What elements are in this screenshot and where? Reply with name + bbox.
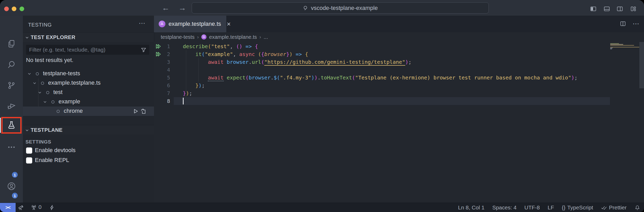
code-line-5[interactable]: 5 await expect(browser.$(".f4.my-3")).to… <box>154 74 644 82</box>
customize-layout-icon[interactable] <box>630 5 637 12</box>
status-item-lf[interactable]: LF <box>548 204 554 211</box>
remote-indicator[interactable]: >< <box>0 203 16 212</box>
minimize-window-button[interactable] <box>12 7 16 11</box>
go-to-test-icon[interactable] <box>140 108 147 115</box>
run-test-icon[interactable] <box>132 108 139 115</box>
navigate-forward-button[interactable]: → <box>178 3 186 13</box>
section-label: TEST EXPLORER <box>31 34 75 40</box>
accounts-badge: 1 <box>12 172 18 178</box>
minimap-line <box>610 44 623 45</box>
tree-item-test[interactable]: test <box>23 88 154 97</box>
tree-item-label: example.testplane.ts <box>48 79 101 86</box>
close-tab-icon[interactable]: × <box>227 21 231 27</box>
code-line-6[interactable]: 6 }); <box>154 82 644 89</box>
code-text: describe("test", () => { <box>183 42 258 50</box>
status-item-utf-8[interactable]: UTF-8 <box>524 204 540 211</box>
code-text: await expect(browser.$(".f4.my-3")).toHa… <box>183 74 577 82</box>
section-testplane[interactable]: TESTPLANE <box>23 125 154 135</box>
tab-example-testplane-ts[interactable]: example.testplane.ts × <box>154 16 226 32</box>
filter-funnel-icon[interactable] <box>140 47 147 53</box>
test-pending-icon <box>51 100 55 104</box>
testplane-logo-icon <box>201 34 207 40</box>
line-number: 1 <box>154 42 170 50</box>
close-window-button[interactable] <box>4 7 9 11</box>
line-number: 4 <box>154 66 170 74</box>
status-right-items: Ln 8, Col 1Spaces: 4UTF-8LF{​}TypeScript… <box>458 203 640 212</box>
maximize-window-button[interactable] <box>20 7 24 11</box>
code-text: }); <box>183 89 192 97</box>
code-line-2[interactable]: 2 it("example", async ({browser}) => { <box>154 50 644 58</box>
code-line-8[interactable]: 8 <box>154 97 644 105</box>
line-number: 6 <box>154 82 170 89</box>
minimap[interactable] <box>610 42 639 203</box>
bell-icon <box>634 205 640 211</box>
breadcrumb-folder[interactable]: testplane-tests <box>161 34 195 40</box>
breadcrumb-separator: › <box>197 34 199 40</box>
testplane-logo-icon <box>159 21 165 27</box>
code-line-3[interactable]: 3 await browser.url("https://github.com/… <box>154 58 644 66</box>
toggle-panel-icon[interactable] <box>603 5 610 12</box>
tree-item-label: chrome <box>64 108 83 114</box>
run-and-debug-icon[interactable] <box>7 101 16 110</box>
tree-item-example[interactable]: example <box>23 97 154 107</box>
breadcrumb-symbol[interactable]: ... <box>264 34 268 40</box>
status-item-bell[interactable] <box>634 205 640 211</box>
status-item-label: Spaces: 4 <box>492 204 517 211</box>
enable-devtools-label: Enable devtools <box>35 147 76 154</box>
titlebar: ← → vscode-testplane-example <box>0 0 644 16</box>
test-filter-input[interactable] <box>26 45 149 55</box>
search-icon <box>303 5 308 11</box>
toggle-primary-sidebar-icon[interactable] <box>590 5 597 12</box>
testing-beaker-icon[interactable] <box>7 121 16 129</box>
command-center-search[interactable]: vscode-testplane-example <box>192 2 489 14</box>
search-view-icon[interactable] <box>7 60 16 69</box>
tree-item-label: test <box>53 89 62 96</box>
code-line-7[interactable]: 7}); <box>154 89 644 97</box>
more-views-icon[interactable] <box>7 143 16 152</box>
split-editor-icon[interactable] <box>620 20 626 27</box>
braces-icon: {​} <box>562 204 565 211</box>
editor-scrollbar[interactable] <box>639 42 644 88</box>
code-line-4[interactable]: 4 <box>154 66 644 74</box>
ports-radio-tower-icon[interactable] <box>31 204 37 211</box>
minimap-line <box>610 47 639 47</box>
section-test-explorer[interactable]: TEST EXPLORER <box>23 32 154 42</box>
activity-bar: 1 1 <box>0 16 23 203</box>
test-pending-icon <box>41 81 44 85</box>
testing-active-indicator <box>0 118 1 133</box>
chevron-down-icon <box>25 128 29 132</box>
minimap-line <box>610 48 613 48</box>
enable-repl-label: Enable REPL <box>35 157 69 164</box>
editor-more-actions-icon[interactable]: ⋯ <box>633 20 639 27</box>
line-number: 7 <box>154 89 170 97</box>
tree-item-testplane-tests[interactable]: testplane-tests <box>23 69 154 78</box>
status-item-label: UTF-8 <box>524 204 540 211</box>
tree-item-label: testplane-tests <box>43 70 80 77</box>
settings-badge: 1 <box>12 193 18 198</box>
enable-devtools-checkbox[interactable] <box>26 147 32 154</box>
tree-item-chrome[interactable]: chrome <box>23 107 154 116</box>
status-item-label: TypeScript <box>567 204 593 211</box>
toggle-secondary-sidebar-icon[interactable] <box>616 5 623 12</box>
tree-item-example-testplane-ts[interactable]: example.testplane.ts <box>23 78 154 88</box>
breadcrumb: testplane-tests › example.testplane.ts ›… <box>154 32 644 42</box>
status-item-label: LF <box>548 204 554 211</box>
enable-repl-checkbox[interactable] <box>26 157 32 164</box>
editor-actions: ⋯ <box>620 20 639 27</box>
telescope-icon[interactable] <box>18 204 24 211</box>
breadcrumb-file[interactable]: example.testplane.ts <box>209 34 257 40</box>
editor-tab-bar: example.testplane.ts × ⋯ <box>154 16 644 32</box>
status-item-prettier[interactable]: Prettier <box>601 204 627 211</box>
code-line-1[interactable]: 1describe("test", () => { <box>154 42 644 50</box>
explorer-icon[interactable] <box>7 39 16 48</box>
status-item-spaces-4[interactable]: Spaces: 4 <box>492 204 517 211</box>
zap-icon[interactable] <box>49 204 55 211</box>
status-item-ln-8-col-1[interactable]: Ln 8, Col 1 <box>458 204 485 211</box>
source-control-icon[interactable] <box>7 81 16 90</box>
navigate-back-button[interactable]: ← <box>162 3 170 13</box>
code-text: await browser.url("https://github.com/ge… <box>183 58 411 66</box>
sidebar-more-actions-icon[interactable]: ⋯ <box>139 19 146 27</box>
accounts-icon[interactable] <box>7 182 16 191</box>
ports-count[interactable]: 0 <box>38 204 42 210</box>
status-item-typescript[interactable]: {​}TypeScript <box>562 204 593 211</box>
